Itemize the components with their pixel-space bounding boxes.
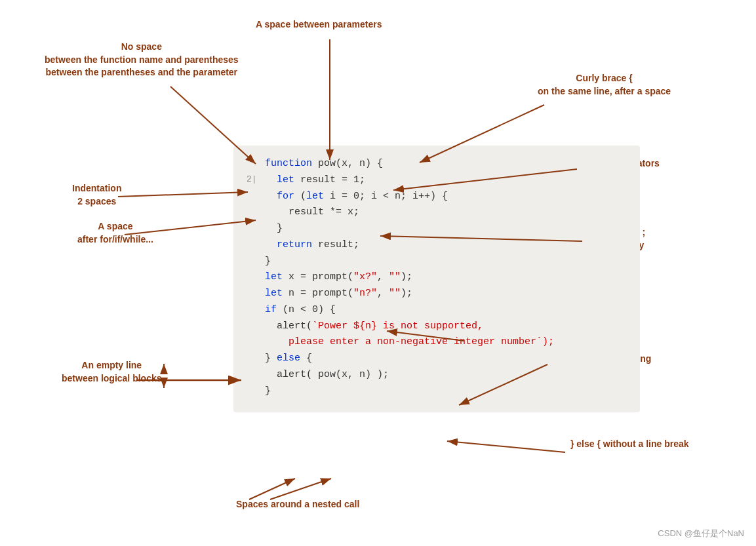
line-num bbox=[247, 351, 265, 367]
code-text: result *= x; bbox=[265, 205, 359, 221]
line-num bbox=[247, 383, 265, 400]
line-num bbox=[247, 269, 265, 286]
line-num: 2| bbox=[247, 172, 265, 189]
line-num bbox=[247, 156, 265, 172]
code-text: ( bbox=[300, 189, 306, 205]
code-line-12: let n = prompt("n?", ""); bbox=[247, 286, 627, 302]
code-block: function pow(x, n) { 2| let result = 1; … bbox=[233, 146, 640, 412]
code-line-5: result *= x; bbox=[247, 205, 627, 221]
code-line-11: let x = prompt("x?", ""); bbox=[247, 269, 627, 286]
keyword-else: else bbox=[277, 351, 306, 367]
code-text: } bbox=[265, 221, 283, 237]
line-num bbox=[247, 319, 265, 335]
keyword-for: for bbox=[277, 189, 300, 205]
code-line-4: for (let i = 0; i < n; i++) { bbox=[247, 189, 627, 205]
line-num bbox=[247, 221, 265, 237]
code-text: (n < 0) { bbox=[283, 302, 336, 319]
code-text: n = prompt("n?", ""); bbox=[288, 286, 412, 302]
code-text: pow(x, n) { bbox=[318, 156, 383, 172]
line-num bbox=[247, 334, 265, 351]
code-line-2: 2| let result = 1; bbox=[247, 172, 627, 189]
code-line-19: } bbox=[247, 383, 627, 400]
code-line-18: alert( pow(x, n) ); bbox=[247, 367, 627, 383]
annotation-curly-brace: Curly brace {on the same line, after a s… bbox=[538, 72, 671, 98]
line-num bbox=[247, 367, 265, 383]
code-line-14: if (n < 0) { bbox=[247, 302, 627, 319]
keyword-function: function bbox=[265, 156, 318, 172]
watermark: CSDN @鱼仔是个NaN bbox=[658, 528, 744, 539]
code-line-15: alert(`Power ${n} is not supported, bbox=[247, 319, 627, 335]
code-text bbox=[265, 237, 277, 254]
keyword-let2: let bbox=[306, 189, 330, 205]
code-line-8: return result; bbox=[247, 237, 627, 254]
code-line-1: function pow(x, n) { bbox=[247, 156, 627, 172]
annotation-empty-line: An empty linebetween logical blocks bbox=[62, 359, 162, 385]
annotation-spaces-nested-call: Spaces around a nested call bbox=[236, 498, 359, 511]
code-text: alert(`Power ${n} is not supported, bbox=[265, 319, 483, 335]
code-text: result; bbox=[318, 237, 359, 254]
annotation-no-space-func: No spacebetween the function name and pa… bbox=[45, 41, 239, 79]
keyword-let: let bbox=[277, 172, 300, 189]
line-num bbox=[247, 302, 265, 319]
code-text: } bbox=[265, 383, 271, 400]
keyword-if: if bbox=[265, 302, 283, 319]
code-text: } bbox=[265, 351, 277, 367]
code-text: alert( pow(x, n) ); bbox=[265, 367, 389, 383]
code-line-6: } bbox=[247, 221, 627, 237]
annotation-else-no-break: } else { without a line break bbox=[570, 438, 689, 451]
code-text: { bbox=[306, 351, 312, 367]
code-text: please enter a non-negative integer numb… bbox=[265, 334, 554, 351]
line-num bbox=[247, 286, 265, 302]
svg-line-15 bbox=[249, 478, 295, 499]
code-text bbox=[265, 189, 277, 205]
code-text: result = 1; bbox=[300, 172, 365, 189]
code-text bbox=[265, 172, 277, 189]
svg-line-16 bbox=[270, 478, 331, 499]
code-text: i = 0; i < n; i++) { bbox=[330, 189, 448, 205]
keyword-let3: let bbox=[265, 269, 288, 286]
line-num bbox=[247, 237, 265, 254]
keyword-let4: let bbox=[265, 286, 288, 302]
code-line-17: } else { bbox=[247, 351, 627, 367]
line-num bbox=[247, 189, 265, 205]
annotation-space-between-params: A space between parameters bbox=[256, 18, 382, 31]
line-num bbox=[247, 205, 265, 221]
svg-line-14 bbox=[447, 441, 565, 452]
code-line-16: please enter a non-negative integer numb… bbox=[247, 334, 627, 351]
code-text: x = prompt("x?", ""); bbox=[288, 269, 412, 286]
line-num bbox=[247, 254, 265, 270]
annotation-indentation: Indentation2 spaces bbox=[72, 182, 121, 208]
code-line-9: } bbox=[247, 254, 627, 270]
svg-line-6 bbox=[118, 192, 248, 197]
keyword-return: return bbox=[277, 237, 318, 254]
annotation-space-after-for: A spaceafter for/if/while... bbox=[77, 220, 153, 246]
code-text: } bbox=[265, 254, 271, 270]
